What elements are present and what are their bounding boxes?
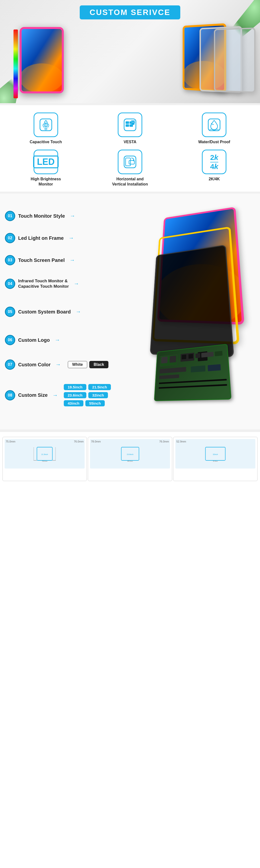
dimensions-section: 750.0mm 21.5inch 75.0mm 76.0mm 23.6inch … <box>0 431 260 484</box>
hero-title: CUSTOM SERIVCE <box>89 8 170 17</box>
item-arrow-01: → <box>70 213 75 219</box>
size-badge-55: 55inch <box>85 400 105 406</box>
vesta-icon <box>122 117 138 133</box>
exploded-section: 01 Touch Monitor Style → 02 Led Light on… <box>0 194 260 430</box>
svg-text:52.9mm: 52.9mm <box>213 461 218 462</box>
dim-svg-3: 32inch 52.9mm <box>202 445 229 463</box>
exploded-item-06: 06 Custom Logo → <box>5 335 60 345</box>
water-drop-icon <box>206 117 222 133</box>
item-arrow-08: → <box>52 392 58 399</box>
touch-icon <box>38 117 54 133</box>
vesta-icon-box <box>118 113 142 137</box>
section-divider-3 <box>0 430 260 431</box>
color-badge-black: Black <box>89 361 109 368</box>
exploded-item-05: 05 Custom System Board → <box>5 307 81 317</box>
item-arrow-07: → <box>55 362 61 368</box>
item-label-01: Touch Monitor Style <box>18 213 65 219</box>
svg-line-17 <box>134 120 135 121</box>
dim-panel-2: 23.6inch 830.0mm 78.0mm 76.0mm <box>88 437 172 481</box>
size-badge-32: 32inch <box>88 392 108 398</box>
hero-image-area <box>0 15 260 103</box>
frame-panels <box>167 25 245 98</box>
tablet-left <box>20 27 69 98</box>
item-label-03: Touch Screen Panel <box>18 257 65 263</box>
svg-rect-8 <box>125 121 129 124</box>
led-icon-box: LED <box>34 150 58 174</box>
frame-panel-3 <box>214 28 255 93</box>
exploded-item-07: 07 Custom Color → White Black <box>5 360 108 370</box>
svg-line-16 <box>131 120 132 121</box>
resolution-icon-box: 2k 4k <box>202 150 226 174</box>
svg-rect-20 <box>125 158 131 166</box>
rotate-icon <box>122 154 138 170</box>
rgb-strip <box>13 29 18 98</box>
installation-label: Horizontal and Vertical Installation <box>112 177 148 187</box>
svg-marker-22 <box>133 159 134 161</box>
exploded-item-01: 01 Touch Monitor Style → <box>5 211 75 221</box>
tablet-body <box>20 27 64 93</box>
feature-vesta: VESTA <box>89 113 171 145</box>
hero-title-wrap: CUSTOM SERIVCE <box>80 5 180 20</box>
resolution-label: 2K/4K <box>209 177 220 182</box>
svg-rect-10 <box>125 124 129 127</box>
svg-text:830.0mm: 830.0mm <box>127 461 133 462</box>
size-badge-236: 23.6inch <box>64 392 86 398</box>
item-number-01: 01 <box>5 211 15 221</box>
exploded-item-08: 08 Custom Size → 19.5inch 21.5inch 23.6i… <box>5 384 118 406</box>
exploded-item-03: 03 Touch Screen Panel → <box>5 255 75 265</box>
exploded-device <box>137 206 255 417</box>
water-dust-label: Water/Dust Proof <box>198 140 230 145</box>
item-number-08: 08 <box>5 390 15 400</box>
item-label-04: Infrared Touch Monitor &Capacitive Touch… <box>18 278 69 289</box>
item-number-04: 04 <box>5 279 15 289</box>
item-arrow-04: → <box>74 281 79 287</box>
exploded-inner: 01 Touch Monitor Style → 02 Led Light on… <box>0 201 260 422</box>
svg-point-1 <box>22 63 62 91</box>
item-label-08: Custom Size <box>18 392 47 398</box>
water-dust-icon-box <box>202 113 226 137</box>
svg-text:23.6inch: 23.6inch <box>126 454 133 456</box>
size-badge-195: 19.5inch <box>64 384 86 390</box>
installation-icon-box <box>118 150 142 174</box>
item-label-07: Custom Color <box>18 362 50 368</box>
item-number-03: 03 <box>5 255 15 265</box>
device-layer-touch <box>150 245 234 357</box>
led-icon: LED <box>33 156 59 168</box>
svg-rect-0 <box>22 29 62 91</box>
svg-point-14 <box>132 122 133 123</box>
dim-panel-3: 32inch 52.9mm 52.9mm <box>173 437 258 481</box>
item-arrow-05: → <box>76 309 81 315</box>
item-number-05: 05 <box>5 307 15 317</box>
feature-capacitive-touch: Capacitive Touch <box>5 113 86 145</box>
exploded-item-02: 02 Led Light on Frame → <box>5 233 74 243</box>
feature-installation: Horizontal and Vertical Installation <box>89 150 171 187</box>
feature-led-monitor: LED High Brightness Monitor <box>5 150 86 187</box>
resolution-icon: 2k 4k <box>210 153 218 170</box>
hero-section: CUSTOM SERIVCE <box>0 0 260 103</box>
size-badge-215: 21.5inch <box>88 384 111 390</box>
features-grid: Capacitive Touch <box>5 113 255 187</box>
svg-text:32inch: 32inch <box>213 454 218 456</box>
dim-svg-2: 23.6inch 830.0mm <box>118 445 142 463</box>
vesta-label: VESTA <box>124 140 136 145</box>
capacitive-touch-label: Capacitive Touch <box>30 140 62 145</box>
item-arrow-02: → <box>69 235 74 241</box>
exploded-item-04: 04 Infrared Touch Monitor &Capacitive To… <box>5 278 79 289</box>
dim-panel-1: 750.0mm 21.5inch 75.0mm 76.0mm <box>2 437 87 481</box>
feature-water-dust: Water/Dust Proof <box>174 113 255 145</box>
color-options: White Black <box>68 361 108 368</box>
item-label-02: Led Light on Frame <box>18 236 64 241</box>
item-number-02: 02 <box>5 233 15 243</box>
size-options: 19.5inch 21.5inch 23.6inch 32inch 43inch… <box>64 384 118 406</box>
section-divider-1 <box>0 103 260 105</box>
svg-text:750.0mm: 750.0mm <box>42 461 47 462</box>
dim-svg-1: 750.0mm 21.5inch <box>34 445 56 463</box>
svg-text:21.5inch: 21.5inch <box>41 454 48 456</box>
svg-point-15 <box>133 122 134 123</box>
led-monitor-label: High Brightness Monitor <box>31 177 61 187</box>
capacitive-touch-icon-box <box>34 113 58 137</box>
size-badge-43: 43inch <box>64 400 83 406</box>
item-number-06: 06 <box>5 335 15 345</box>
svg-rect-13 <box>132 123 135 125</box>
color-badge-white: White <box>68 361 87 368</box>
